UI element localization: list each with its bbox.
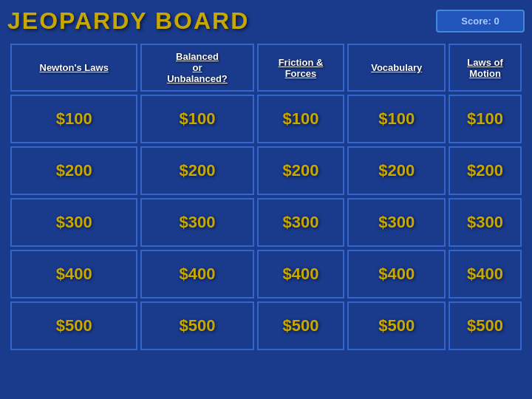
category-3: Friction & Forces — [257, 44, 345, 92]
money-cell-r2-c1[interactable]: $200 — [10, 146, 137, 195]
category-row: Newton's Laws Balanced or Unbalanced? Fr… — [10, 44, 522, 92]
score-box: Score: 0 — [436, 10, 525, 33]
money-row-2: $200$200$200$200$200 — [10, 146, 522, 195]
category-5: Laws of Motion — [449, 44, 522, 92]
money-cell-r1-c1[interactable]: $100 — [10, 95, 137, 143]
money-cell-r1-c4[interactable]: $100 — [347, 95, 446, 143]
money-cell-r5-c4[interactable]: $500 — [347, 301, 446, 350]
page-wrapper: JEOPARDY BOARD Score: 0 Newton's Laws Ba… — [0, 0, 532, 399]
money-cell-r3-c3[interactable]: $300 — [257, 198, 345, 247]
money-cell-r3-c4[interactable]: $300 — [347, 198, 446, 247]
money-cell-r5-c1[interactable]: $500 — [10, 301, 137, 350]
money-row-5: $500$500$500$500$500 — [10, 301, 522, 350]
money-row-4: $400$400$400$400$400 — [10, 250, 522, 299]
money-cell-r1-c5[interactable]: $100 — [449, 95, 522, 143]
money-cell-r4-c2[interactable]: $400 — [140, 250, 253, 299]
money-cell-r4-c5[interactable]: $400 — [449, 250, 522, 299]
money-cell-r1-c2[interactable]: $100 — [140, 95, 253, 143]
money-cell-r3-c2[interactable]: $300 — [140, 198, 253, 247]
jeopardy-table: Newton's Laws Balanced or Unbalanced? Fr… — [7, 41, 525, 353]
money-cell-r3-c5[interactable]: $300 — [449, 198, 522, 247]
category-2: Balanced or Unbalanced? — [140, 44, 253, 92]
money-cell-r2-c3[interactable]: $200 — [257, 146, 345, 195]
money-cell-r4-c1[interactable]: $400 — [10, 250, 137, 299]
money-cell-r1-c3[interactable]: $100 — [257, 95, 345, 143]
money-cell-r3-c1[interactable]: $300 — [10, 198, 137, 247]
money-cell-r2-c2[interactable]: $200 — [140, 146, 253, 195]
board-title: JEOPARDY BOARD — [7, 7, 249, 35]
money-row-1: $100$100$100$100$100 — [10, 95, 522, 143]
money-cell-r5-c2[interactable]: $500 — [140, 301, 253, 350]
money-cell-r2-c5[interactable]: $200 — [449, 146, 522, 195]
money-cell-r4-c4[interactable]: $400 — [347, 250, 446, 299]
category-1: Newton's Laws — [10, 44, 137, 92]
money-cell-r4-c3[interactable]: $400 — [257, 250, 345, 299]
header-row: JEOPARDY BOARD Score: 0 — [7, 7, 525, 35]
category-4: Vocabulary — [347, 44, 446, 92]
money-cell-r5-c3[interactable]: $500 — [257, 301, 345, 350]
money-cell-r5-c5[interactable]: $500 — [449, 301, 522, 350]
money-cell-r2-c4[interactable]: $200 — [347, 146, 446, 195]
money-row-3: $300$300$300$300$300 — [10, 198, 522, 247]
